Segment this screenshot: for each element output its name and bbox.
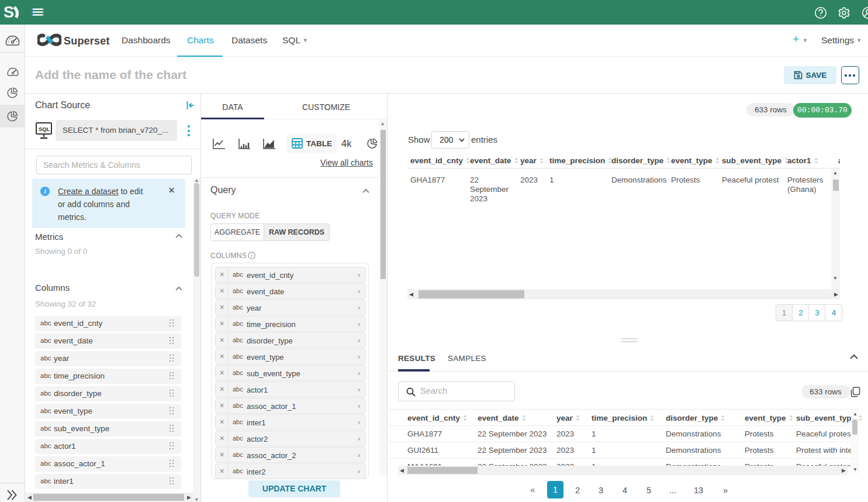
- svg-text:S: S: [4, 6, 14, 19]
- svg-text:SQL: SQL: [39, 126, 50, 132]
